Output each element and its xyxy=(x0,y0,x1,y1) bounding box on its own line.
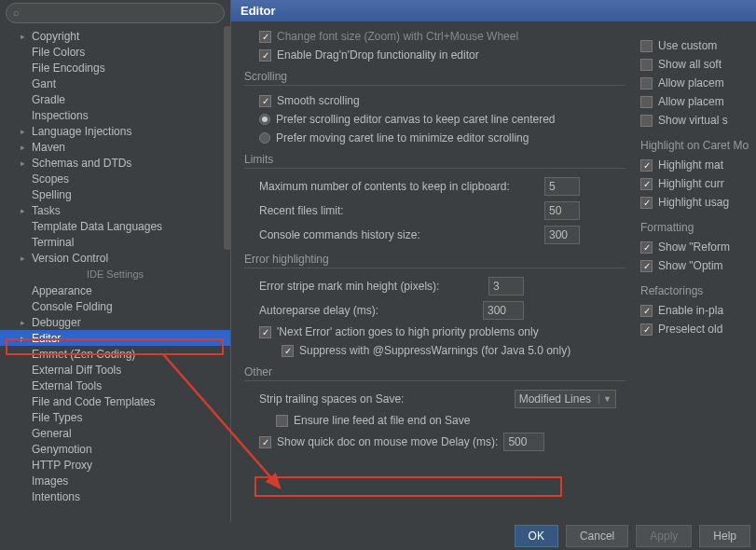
checkbox[interactable] xyxy=(640,178,653,190)
tree-item[interactable]: Template Data Languages xyxy=(0,218,230,234)
tree-item[interactable]: Inspections xyxy=(0,107,230,123)
tree-item[interactable]: File Types xyxy=(0,409,230,425)
tree-item[interactable]: ▸Copyright xyxy=(0,28,230,44)
chevron-down-icon: ▼ xyxy=(598,394,612,404)
tree-item[interactable]: Scopes xyxy=(0,171,230,186)
checkbox[interactable] xyxy=(259,31,271,43)
tree-item[interactable]: Terminal xyxy=(0,234,230,250)
checkbox[interactable] xyxy=(640,241,653,254)
ide-settings-divider: IDE Settings xyxy=(0,266,230,282)
tree-item[interactable]: General xyxy=(0,425,230,441)
checkbox[interactable] xyxy=(640,323,653,336)
tree-item-label: Emmet (Zen Coding) xyxy=(32,348,135,361)
tree-item-label: File Encodings xyxy=(32,62,105,75)
tree-item[interactable]: File Encodings xyxy=(0,60,230,76)
reparse-label: Autoreparse delay (ms): xyxy=(259,304,378,317)
hilitemat-label: Highlight mat xyxy=(658,158,723,172)
checkbox[interactable] xyxy=(640,96,653,108)
preselect-label: Preselect old xyxy=(658,323,722,336)
console-label: Console commands history size: xyxy=(259,228,420,241)
ok-button[interactable]: OK xyxy=(515,525,558,547)
tree-item-label: Appearance xyxy=(32,284,92,297)
checkbox[interactable] xyxy=(640,260,653,272)
checkbox[interactable] xyxy=(259,95,271,107)
checkbox[interactable] xyxy=(640,77,653,89)
help-button[interactable]: Help xyxy=(699,525,750,547)
tree-item-label: Intentions xyxy=(32,490,80,503)
checkbox[interactable] xyxy=(640,197,653,209)
quickdoc-input[interactable] xyxy=(503,433,544,451)
tree-item-label: Copyright xyxy=(32,30,79,43)
right-panel: Use custom Show all soft Allow placem Al… xyxy=(639,21,756,522)
checkbox[interactable] xyxy=(640,159,653,172)
tree-item[interactable]: ▸Editor xyxy=(0,330,230,346)
tree-item[interactable]: Appearance xyxy=(0,282,230,298)
hilite-title: Highlight on Caret Mo xyxy=(640,139,754,152)
tree-item[interactable]: Gradle xyxy=(0,91,230,107)
checkbox[interactable] xyxy=(259,49,271,62)
tree-item-label: Genymotion xyxy=(32,443,92,456)
tree-item[interactable]: ▸Schemas and DTDs xyxy=(0,155,230,171)
reparse-input[interactable] xyxy=(483,301,524,320)
search-icon: ⌕ xyxy=(13,7,20,18)
strip-select[interactable]: Modified Lines▼ xyxy=(515,390,616,408)
section-limits: Limits xyxy=(244,153,625,169)
apply-button[interactable]: Apply xyxy=(636,525,692,547)
search-input[interactable] xyxy=(6,3,225,23)
cancel-button[interactable]: Cancel xyxy=(566,525,628,547)
showvirt-label: Show virtual s xyxy=(658,114,728,127)
tree-item[interactable]: ▸Maven xyxy=(0,139,230,155)
tree-item-label: Editor xyxy=(32,332,61,345)
settings-tree[interactable]: ▸CopyrightFile ColorsFile EncodingsGantG… xyxy=(0,26,230,522)
tree-item[interactable]: File and Code Templates xyxy=(0,393,230,409)
checkbox[interactable] xyxy=(640,40,653,52)
tree-item-label: External Diff Tools xyxy=(32,364,121,377)
tree-item[interactable]: ▸Version Control xyxy=(0,250,230,266)
main-panel: Editor Change font size (Zoom) with Ctrl… xyxy=(231,0,756,522)
hiliteusa-label: Highlight usag xyxy=(658,196,729,209)
radio[interactable] xyxy=(259,132,270,144)
recent-input[interactable] xyxy=(544,201,580,220)
checkbox[interactable] xyxy=(259,326,271,338)
enableinp-label: Enable in-pla xyxy=(658,304,723,317)
tree-item-label: File Types xyxy=(32,411,82,424)
section-errhighlight: Error highlighting xyxy=(244,253,625,268)
scrollbar[interactable] xyxy=(224,26,231,250)
radio[interactable] xyxy=(259,114,270,125)
tree-item[interactable]: HTTP Proxy xyxy=(0,457,230,473)
checkbox[interactable] xyxy=(259,436,271,448)
tree-item-label: Debugger xyxy=(32,316,81,329)
tree-item[interactable]: ▸Language Injections xyxy=(0,123,230,139)
tree-item[interactable]: Images xyxy=(0,473,230,488)
tree-item[interactable]: ▸Debugger xyxy=(0,314,230,330)
checkbox[interactable] xyxy=(282,345,294,357)
stripe-input[interactable] xyxy=(488,277,524,296)
strip-label: Strip trailing spaces on Save: xyxy=(259,392,404,406)
tree-item[interactable]: External Tools xyxy=(0,378,230,393)
checkbox[interactable] xyxy=(640,115,653,127)
ensure-label: Ensure line feed at file end on Save xyxy=(294,414,470,427)
console-input[interactable] xyxy=(544,226,580,244)
tree-item[interactable]: ▸Tasks xyxy=(0,202,230,218)
tree-item[interactable]: Genymotion xyxy=(0,441,230,457)
panel-header: Editor xyxy=(231,0,756,21)
recent-label: Recent files limit: xyxy=(259,204,344,217)
tree-item[interactable]: Spelling xyxy=(0,186,230,202)
tree-item[interactable]: Gant xyxy=(0,76,230,91)
clipboard-input[interactable] xyxy=(544,177,580,196)
tree-item-label: Schemas and DTDs xyxy=(32,157,131,170)
tree-item-label: Maven xyxy=(32,141,65,154)
dragdrop-label: Enable Drag'n'Drop functionality in edit… xyxy=(277,48,479,62)
checkbox[interactable] xyxy=(640,59,653,71)
tree-item[interactable]: External Diff Tools xyxy=(0,362,230,378)
tree-item[interactable]: Emmet (Zen Coding) xyxy=(0,346,230,362)
tree-item[interactable]: Console Folding xyxy=(0,298,230,314)
tree-item[interactable]: File Colors xyxy=(0,44,230,60)
tree-item[interactable]: Intentions xyxy=(0,488,230,504)
checkbox[interactable] xyxy=(640,305,653,317)
fmt-title: Formatting xyxy=(640,221,754,234)
usecustom-label: Use custom xyxy=(658,39,717,52)
chevron-right-icon: ▸ xyxy=(21,206,32,215)
stripe-label: Error stripe mark min height (pixels): xyxy=(259,280,439,293)
checkbox[interactable] xyxy=(276,415,288,427)
